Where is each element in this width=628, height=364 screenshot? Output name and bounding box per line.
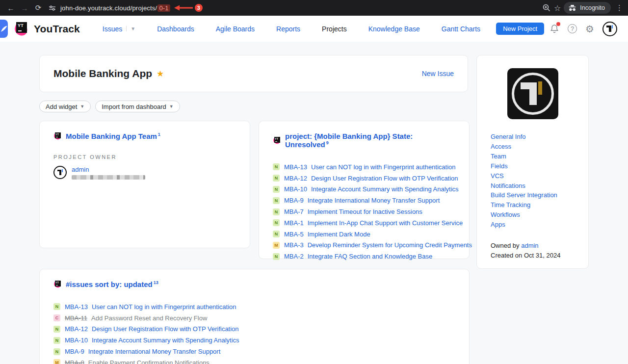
issue-summary-link[interactable]: Design User Registration Flow with OTP V… [92, 325, 239, 333]
issue-summary-link[interactable]: Integrate International Money Transfer S… [308, 197, 440, 204]
browser-forward-icon[interactable]: → [18, 4, 31, 12]
priority-badge[interactable]: N [273, 219, 280, 226]
widget-title[interactable]: Mobile Banking App Team1 [66, 132, 160, 140]
sidebar-link-team[interactable]: Team [491, 152, 588, 161]
nav-item-projects[interactable]: Projects [311, 25, 358, 33]
issue-row[interactable]: NMBA-10Integrate Account Summary with Sp… [53, 335, 455, 346]
priority-badge[interactable]: N [273, 186, 280, 193]
new-project-button[interactable]: New Project [496, 23, 544, 35]
issue-row[interactable]: NMBA-13User can NOT log in with Fingerpr… [53, 301, 455, 312]
settings-gear-icon[interactable]: ⚙ [585, 24, 594, 34]
nav-item-agile-boards[interactable]: Agile Boards [205, 25, 265, 33]
priority-badge[interactable]: N [53, 337, 60, 344]
nav-item-gantt-charts[interactable]: Gantt Charts [431, 25, 491, 33]
issue-summary-link[interactable]: Integrate Account Summary with Spending … [311, 185, 459, 193]
issue-row[interactable]: NMBA-12Design User Registration Flow wit… [273, 173, 455, 184]
sidebar-link-general-info[interactable]: General Info [491, 132, 588, 142]
chevron-down-icon[interactable]: ▼ [126, 26, 135, 31]
sidebar-link-workflows[interactable]: Workflows [491, 210, 588, 220]
sidebar-link-vcs[interactable]: VCS [491, 171, 588, 181]
notifications-bell-icon[interactable] [550, 24, 559, 34]
priority-badge[interactable]: N [53, 348, 60, 355]
sidebar-owner-link[interactable]: admin [521, 242, 538, 249]
issue-summary-link[interactable]: Implement In-App Chat Support with Custo… [308, 219, 463, 227]
browser-reload-icon[interactable]: ⟳ [31, 3, 45, 12]
issue-id-link[interactable]: MBA-2 [284, 253, 304, 260]
issue-row[interactable]: NMBA-10Integrate Account Summary with Sp… [273, 184, 455, 195]
youtrack-logo[interactable]: YT [14, 21, 29, 37]
priority-badge[interactable]: N [53, 326, 60, 333]
issue-id-link[interactable]: MBA-9 [284, 197, 304, 204]
priority-badge[interactable]: N [273, 253, 280, 260]
issue-row[interactable]: NMBA-9Integrate International Money Tran… [53, 346, 455, 357]
priority-badge[interactable]: N [273, 208, 280, 215]
issue-summary-link[interactable]: User can NOT log in with Fingerprint aut… [311, 163, 456, 171]
issue-id-link[interactable]: MBA-1 [284, 219, 304, 227]
brand-name[interactable]: YouTrack [34, 23, 80, 35]
add-widget-button[interactable]: Add widget▼ [39, 101, 91, 112]
sidebar-link-notifications[interactable]: Notifications [491, 181, 588, 191]
issue-row[interactable]: NMBA-12Design User Registration Flow wit… [53, 324, 455, 335]
issue-id-link[interactable]: MBA-10 [65, 337, 88, 344]
issue-id-link[interactable]: MBA-12 [65, 325, 88, 333]
owner-avatar[interactable] [53, 166, 67, 179]
widget-title[interactable]: project: {Mobile Banking App} State: Unr… [285, 132, 455, 149]
issue-id-link[interactable]: MBA-9 [65, 348, 84, 355]
user-avatar[interactable] [602, 22, 617, 36]
extension-button[interactable] [0, 20, 8, 38]
priority-badge[interactable]: N [273, 231, 280, 237]
priority-badge[interactable]: N [273, 175, 280, 182]
issue-id-link[interactable]: MBA-11 [65, 314, 87, 322]
issue-summary-link[interactable]: Design User Registration Flow with OTP V… [311, 175, 458, 182]
widget-title[interactable]: #issues sort by: updated13 [66, 280, 158, 288]
issue-row[interactable]: CMBA-11Add Password Reset and Recovery F… [53, 312, 455, 324]
issue-summary-link[interactable]: Integrate FAQ Section and Knowledge Base [308, 253, 432, 260]
nav-item-dashboards[interactable]: Dashboards [146, 25, 205, 33]
issue-row[interactable]: NMBA-2Integrate FAQ Section and Knowledg… [273, 251, 455, 262]
issue-id-link[interactable]: MBA-13 [65, 303, 88, 311]
issue-summary-link[interactable]: Add Password Reset and Recovery Flow [91, 314, 207, 322]
issue-row[interactable]: NMBA-7Implement Timeout for Inactive Ses… [273, 206, 455, 217]
issue-row[interactable]: NMBA-1Implement In-App Chat Support with… [273, 217, 455, 229]
sidebar-link-apps[interactable]: Apps [491, 220, 588, 230]
issue-summary-link[interactable]: Integrate Account Summary with Spending … [92, 337, 239, 344]
priority-badge[interactable]: N [53, 303, 60, 310]
zoom-icon[interactable] [542, 3, 551, 12]
sidebar-link-time-tracking[interactable]: Time Tracking [491, 200, 588, 210]
issue-id-link[interactable]: MBA-10 [284, 185, 307, 193]
sidebar-link-build-server-integration[interactable]: Build Server Integration [491, 190, 588, 200]
sidebar-link-fields[interactable]: Fields [491, 161, 588, 171]
priority-badge[interactable]: M [273, 242, 280, 249]
priority-badge[interactable]: N [273, 163, 280, 170]
favorite-star-icon[interactable]: ★ [157, 69, 164, 79]
issue-row[interactable]: MMBA-3Develop Reminder System for Upcomi… [273, 240, 455, 251]
browser-menu-icon[interactable]: ⋮ [616, 3, 623, 12]
browser-back-icon[interactable]: ← [4, 4, 18, 12]
issue-summary-link[interactable]: Implement Timeout for Inactive Sessions [308, 208, 422, 215]
priority-badge[interactable]: M [53, 359, 60, 364]
nav-item-issues[interactable]: Issues▼ [92, 25, 146, 33]
issue-id-link[interactable]: MBA-12 [284, 175, 307, 182]
issue-id-link[interactable]: MBA-8 [65, 359, 84, 364]
new-issue-link[interactable]: New Issue [422, 70, 454, 78]
issue-row[interactable]: NMBA-13User can NOT log in with Fingerpr… [273, 161, 455, 173]
import-from-dashboard-button[interactable]: Import from dashboard▼ [95, 101, 180, 112]
issue-id-link[interactable]: MBA-7 [284, 208, 304, 215]
nav-item-reports[interactable]: Reports [265, 25, 311, 33]
issue-summary-link[interactable]: Enable Payment Confirmation Notification… [88, 359, 209, 364]
priority-badge[interactable]: N [273, 197, 280, 204]
issue-row[interactable]: NMBA-5Implement Dark Mode [273, 229, 455, 240]
address-bar[interactable]: john-doe.youtrack.cloud/projects/0-1 [60, 4, 170, 12]
priority-badge[interactable]: C [53, 314, 60, 321]
bookmark-star-icon[interactable]: ☆ [554, 3, 561, 13]
site-info-icon[interactable] [48, 4, 56, 12]
issue-summary-link[interactable]: Implement Dark Mode [308, 231, 370, 238]
issue-row[interactable]: NMBA-9Integrate International Money Tran… [273, 195, 455, 206]
issue-id-link[interactable]: MBA-5 [284, 231, 304, 238]
issue-id-link[interactable]: MBA-3 [284, 241, 304, 249]
nav-item-knowledge-base[interactable]: Knowledge Base [358, 25, 431, 33]
issue-row[interactable]: MMBA-8Enable Payment Confirmation Notifi… [53, 357, 455, 364]
sidebar-link-access[interactable]: Access [491, 142, 588, 152]
issue-summary-link[interactable]: Integrate International Money Transfer S… [88, 348, 221, 355]
issue-summary-link[interactable]: Develop Reminder System for Upcoming Cre… [308, 241, 472, 249]
